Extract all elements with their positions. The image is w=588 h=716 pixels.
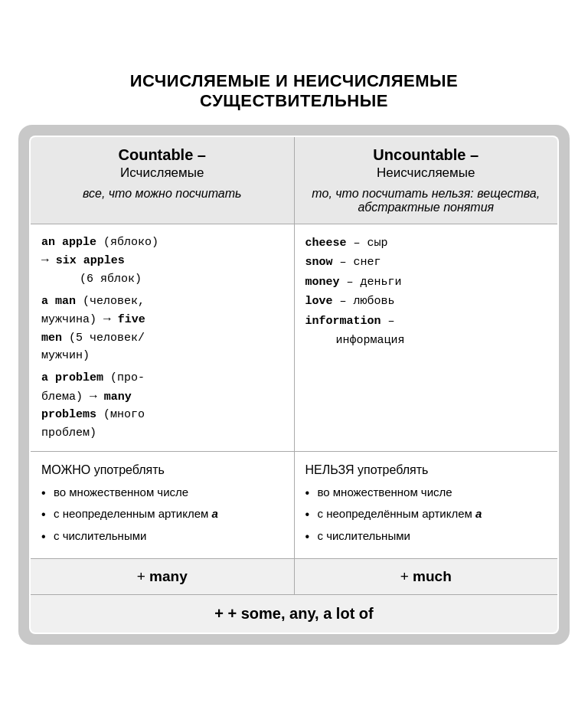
ex-information: information <box>305 315 381 328</box>
outer-card: Countable – Исчисляемые все, что можно п… <box>18 125 570 646</box>
cannot-list: во множественном числе с неопределённым … <box>305 484 547 545</box>
cannot-title-rest: употреблять <box>354 463 429 476</box>
uncountable-examples: cheese – сыр snow – снег money – деньги … <box>294 224 558 451</box>
uncountable-sub: Неисчисляемые <box>305 165 547 181</box>
countable-title: Countable <box>119 146 194 163</box>
examples-row: an apple (яблоко) → six apples (6 яблок)… <box>30 224 558 451</box>
uncountable-title: Uncountable <box>373 146 466 163</box>
combined-cell: + + some, any, a lot of <box>30 595 558 634</box>
ex-cheese-rest: – сыр <box>347 237 388 250</box>
quantifier-row: + many + much <box>30 559 558 595</box>
ex-snow: snow <box>305 256 333 269</box>
ex-problems-bold2: problems <box>41 408 96 421</box>
can-item-1: во множественном числе <box>41 484 283 502</box>
title-line2: СУЩЕСТВИТЕЛЬНЫЕ <box>130 91 459 111</box>
cannot-item-1: во множественном числе <box>305 484 547 502</box>
combined-row: + + some, any, a lot of <box>30 595 558 634</box>
countable-dash: – <box>193 146 206 163</box>
countable-examples: an apple (яблоко) → six apples (6 яблок)… <box>30 224 294 451</box>
ex-men-bold: five <box>118 313 145 326</box>
page-title: ИСЧИСЛЯЕМЫЕ И НЕИСЧИСЛЯЕМЫЕ СУЩЕСТВИТЕЛЬ… <box>130 71 459 111</box>
countable-rules: МОЖНО употреблять во множественном числе… <box>30 451 294 559</box>
uncountable-italic: то, что посчитать нельзя: вещества, абст… <box>305 187 547 214</box>
header-row: Countable – Исчисляемые все, что можно п… <box>30 136 558 224</box>
ex-cheese: cheese <box>305 237 347 250</box>
countable-sub: Исчисляемые <box>41 165 283 181</box>
ex-snow-rest: – снег <box>333 256 381 269</box>
cannot-item-2: с неопределённым артиклем a <box>305 505 547 523</box>
much-label: much <box>413 568 452 584</box>
ex-apples-bold: six apples <box>56 254 125 267</box>
can-list: во множественном числе с неопределенным … <box>41 484 283 545</box>
countable-italic: все, что можно посчитать <box>41 187 283 201</box>
ex-money-rest: – деньги <box>340 276 402 289</box>
title-line1: ИСЧИСЛЯЕМЫЕ И НЕИСЧИСЛЯЕМЫЕ <box>130 71 459 91</box>
main-table: Countable – Исчисляемые все, что можно п… <box>29 136 559 635</box>
ex-man-bold: a man <box>41 295 76 308</box>
many-cell: + many <box>30 559 294 595</box>
ex-love-rest: – любовь <box>333 295 395 308</box>
can-item-2: с неопределенным артиклем a <box>41 505 283 523</box>
ex-problem-bold: a problem <box>41 371 103 384</box>
can-title-rest: употреблять <box>90 463 165 476</box>
uncountable-header: Uncountable – Неисчисляемые то, что посч… <box>294 136 558 224</box>
arrow1: → <box>41 253 49 267</box>
ex-problems-bold: many <box>104 391 132 404</box>
can-item-3: с числительными <box>41 528 283 545</box>
combined-label: + some, any, a lot of <box>228 605 374 622</box>
ex-apple-bold: an apple <box>41 236 96 249</box>
rules-row: МОЖНО употреблять во множественном числе… <box>30 451 558 559</box>
ex-men-bold2: men <box>41 332 62 345</box>
can-title: МОЖНО <box>41 463 90 476</box>
uncountable-dash: – <box>466 146 479 163</box>
cannot-item-3: с числительными <box>305 528 547 545</box>
many-label: many <box>149 568 188 584</box>
ex-love: love <box>305 295 333 308</box>
countable-header: Countable – Исчисляемые все, что можно п… <box>30 136 294 224</box>
uncountable-rules: НЕЛЬЗЯ употреблять во множественном числ… <box>294 451 558 559</box>
much-cell: + much <box>294 559 558 595</box>
ex-money: money <box>305 276 340 289</box>
arrow2: → <box>103 312 111 326</box>
arrow3: → <box>90 390 97 404</box>
cannot-title: НЕЛЬЗЯ <box>305 463 354 476</box>
